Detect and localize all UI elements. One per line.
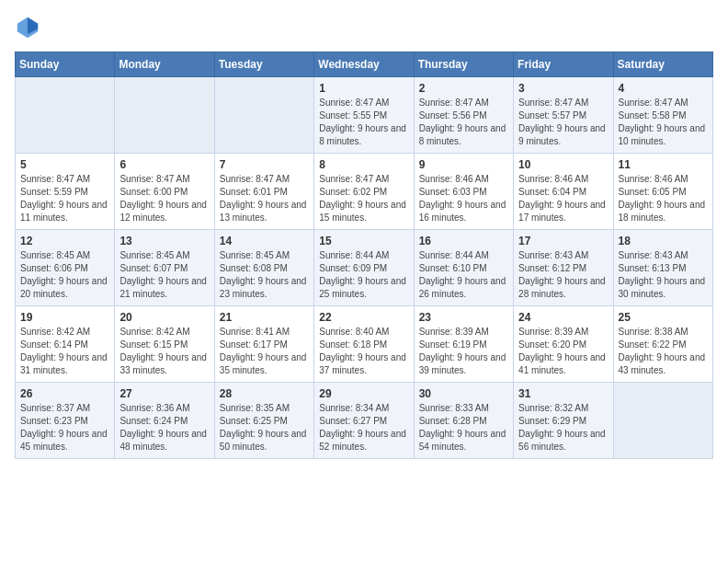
weekday-header: Wednesday (314, 52, 414, 77)
day-number: 13 (119, 235, 209, 247)
calendar-cell (16, 77, 115, 154)
calendar-cell: 10Sunrise: 8:46 AM Sunset: 6:04 PM Dayli… (514, 154, 613, 230)
calendar-cell: 25Sunrise: 8:38 AM Sunset: 6:22 PM Dayli… (613, 306, 712, 383)
weekday-header: Thursday (414, 52, 513, 77)
day-info: Sunrise: 8:45 AM Sunset: 6:06 PM Dayligh… (20, 249, 109, 301)
calendar-week-row: 12Sunrise: 8:45 AM Sunset: 6:06 PM Dayli… (16, 230, 713, 306)
logo-icon (15, 15, 40, 40)
weekday-header: Saturday (613, 52, 712, 77)
calendar-cell: 13Sunrise: 8:45 AM Sunset: 6:07 PM Dayli… (115, 230, 214, 306)
day-info: Sunrise: 8:39 AM Sunset: 6:19 PM Dayligh… (419, 326, 508, 377)
calendar-week-row: 1Sunrise: 8:47 AM Sunset: 5:55 PM Daylig… (16, 77, 713, 154)
day-info: Sunrise: 8:46 AM Sunset: 6:04 PM Dayligh… (518, 173, 608, 224)
day-number: 23 (419, 311, 508, 324)
calendar-cell: 3Sunrise: 8:47 AM Sunset: 5:57 PM Daylig… (514, 77, 613, 154)
calendar-cell: 12Sunrise: 8:45 AM Sunset: 6:06 PM Dayli… (16, 230, 115, 306)
day-number: 31 (518, 387, 608, 400)
calendar-cell: 27Sunrise: 8:36 AM Sunset: 6:24 PM Dayli… (115, 383, 214, 459)
day-info: Sunrise: 8:47 AM Sunset: 5:59 PM Dayligh… (20, 173, 109, 224)
day-number: 20 (119, 311, 209, 324)
calendar-cell: 30Sunrise: 8:33 AM Sunset: 6:28 PM Dayli… (414, 383, 513, 459)
calendar-cell (115, 77, 214, 154)
calendar-cell: 17Sunrise: 8:43 AM Sunset: 6:12 PM Dayli… (514, 230, 613, 306)
day-number: 30 (419, 387, 508, 400)
logo (15, 15, 44, 40)
day-number: 6 (119, 158, 209, 171)
day-number: 1 (319, 82, 408, 95)
day-info: Sunrise: 8:47 AM Sunset: 5:56 PM Dayligh… (419, 97, 508, 148)
day-info: Sunrise: 8:44 AM Sunset: 6:10 PM Dayligh… (419, 249, 508, 301)
day-number: 25 (619, 311, 708, 324)
calendar-week-row: 26Sunrise: 8:37 AM Sunset: 6:23 PM Dayli… (16, 383, 713, 459)
calendar-header: SundayMondayTuesdayWednesdayThursdayFrid… (16, 52, 713, 77)
calendar-cell: 14Sunrise: 8:45 AM Sunset: 6:08 PM Dayli… (214, 230, 313, 306)
calendar-cell (214, 77, 313, 154)
calendar-cell: 11Sunrise: 8:46 AM Sunset: 6:05 PM Dayli… (613, 154, 712, 230)
day-info: Sunrise: 8:47 AM Sunset: 5:58 PM Dayligh… (619, 97, 708, 148)
day-info: Sunrise: 8:47 AM Sunset: 6:02 PM Dayligh… (319, 173, 408, 224)
calendar-week-row: 5Sunrise: 8:47 AM Sunset: 5:59 PM Daylig… (16, 154, 713, 230)
day-number: 7 (220, 158, 309, 171)
day-info: Sunrise: 8:35 AM Sunset: 6:25 PM Dayligh… (220, 402, 309, 454)
day-info: Sunrise: 8:46 AM Sunset: 6:03 PM Dayligh… (419, 173, 508, 224)
calendar-cell: 5Sunrise: 8:47 AM Sunset: 5:59 PM Daylig… (16, 154, 115, 230)
calendar-cell: 4Sunrise: 8:47 AM Sunset: 5:58 PM Daylig… (613, 77, 712, 154)
day-number: 8 (319, 158, 408, 171)
day-info: Sunrise: 8:32 AM Sunset: 6:29 PM Dayligh… (518, 402, 608, 454)
page-header (15, 15, 713, 40)
day-number: 12 (20, 235, 109, 247)
day-info: Sunrise: 8:44 AM Sunset: 6:09 PM Dayligh… (319, 249, 408, 301)
day-info: Sunrise: 8:37 AM Sunset: 6:23 PM Dayligh… (20, 402, 109, 454)
day-number: 19 (20, 311, 109, 324)
day-number: 5 (20, 158, 109, 171)
calendar-cell: 9Sunrise: 8:46 AM Sunset: 6:03 PM Daylig… (414, 154, 513, 230)
day-number: 22 (319, 311, 408, 324)
calendar-cell: 15Sunrise: 8:44 AM Sunset: 6:09 PM Dayli… (314, 230, 414, 306)
day-info: Sunrise: 8:45 AM Sunset: 6:07 PM Dayligh… (119, 249, 209, 301)
day-number: 16 (419, 235, 508, 247)
day-info: Sunrise: 8:36 AM Sunset: 6:24 PM Dayligh… (119, 402, 209, 454)
day-info: Sunrise: 8:40 AM Sunset: 6:18 PM Dayligh… (319, 326, 408, 377)
calendar-cell: 31Sunrise: 8:32 AM Sunset: 6:29 PM Dayli… (514, 383, 613, 459)
day-number: 26 (20, 387, 109, 400)
day-number: 3 (518, 82, 608, 95)
weekday-header: Sunday (16, 52, 115, 77)
calendar-cell: 19Sunrise: 8:42 AM Sunset: 6:14 PM Dayli… (16, 306, 115, 383)
calendar-cell: 21Sunrise: 8:41 AM Sunset: 6:17 PM Dayli… (214, 306, 313, 383)
calendar-cell: 26Sunrise: 8:37 AM Sunset: 6:23 PM Dayli… (16, 383, 115, 459)
day-info: Sunrise: 8:47 AM Sunset: 6:01 PM Dayligh… (220, 173, 309, 224)
day-number: 14 (220, 235, 309, 247)
day-number: 2 (419, 82, 508, 95)
weekday-header: Tuesday (214, 52, 313, 77)
calendar-cell: 24Sunrise: 8:39 AM Sunset: 6:20 PM Dayli… (514, 306, 613, 383)
day-info: Sunrise: 8:39 AM Sunset: 6:20 PM Dayligh… (518, 326, 608, 377)
weekday-header: Friday (514, 52, 613, 77)
calendar-cell: 23Sunrise: 8:39 AM Sunset: 6:19 PM Dayli… (414, 306, 513, 383)
day-info: Sunrise: 8:47 AM Sunset: 5:57 PM Dayligh… (518, 97, 608, 148)
weekday-header: Monday (115, 52, 214, 77)
day-info: Sunrise: 8:47 AM Sunset: 6:00 PM Dayligh… (119, 173, 209, 224)
calendar-body: 1Sunrise: 8:47 AM Sunset: 5:55 PM Daylig… (16, 77, 713, 459)
day-number: 27 (119, 387, 209, 400)
day-info: Sunrise: 8:43 AM Sunset: 6:13 PM Dayligh… (619, 249, 708, 301)
calendar-cell (613, 383, 712, 459)
calendar-cell: 18Sunrise: 8:43 AM Sunset: 6:13 PM Dayli… (613, 230, 712, 306)
calendar-week-row: 19Sunrise: 8:42 AM Sunset: 6:14 PM Dayli… (16, 306, 713, 383)
day-info: Sunrise: 8:41 AM Sunset: 6:17 PM Dayligh… (220, 326, 309, 377)
day-info: Sunrise: 8:45 AM Sunset: 6:08 PM Dayligh… (220, 249, 309, 301)
day-number: 17 (518, 235, 608, 247)
calendar-cell: 7Sunrise: 8:47 AM Sunset: 6:01 PM Daylig… (214, 154, 313, 230)
day-info: Sunrise: 8:38 AM Sunset: 6:22 PM Dayligh… (619, 326, 708, 377)
day-info: Sunrise: 8:33 AM Sunset: 6:28 PM Dayligh… (419, 402, 508, 454)
day-number: 15 (319, 235, 408, 247)
calendar-cell: 6Sunrise: 8:47 AM Sunset: 6:00 PM Daylig… (115, 154, 214, 230)
day-info: Sunrise: 8:46 AM Sunset: 6:05 PM Dayligh… (619, 173, 708, 224)
day-info: Sunrise: 8:34 AM Sunset: 6:27 PM Dayligh… (319, 402, 408, 454)
day-number: 21 (220, 311, 309, 324)
day-info: Sunrise: 8:47 AM Sunset: 5:55 PM Dayligh… (319, 97, 408, 148)
calendar-cell: 28Sunrise: 8:35 AM Sunset: 6:25 PM Dayli… (214, 383, 313, 459)
day-number: 29 (319, 387, 408, 400)
day-info: Sunrise: 8:42 AM Sunset: 6:14 PM Dayligh… (20, 326, 109, 377)
calendar-cell: 1Sunrise: 8:47 AM Sunset: 5:55 PM Daylig… (314, 77, 414, 154)
calendar-cell: 8Sunrise: 8:47 AM Sunset: 6:02 PM Daylig… (314, 154, 414, 230)
